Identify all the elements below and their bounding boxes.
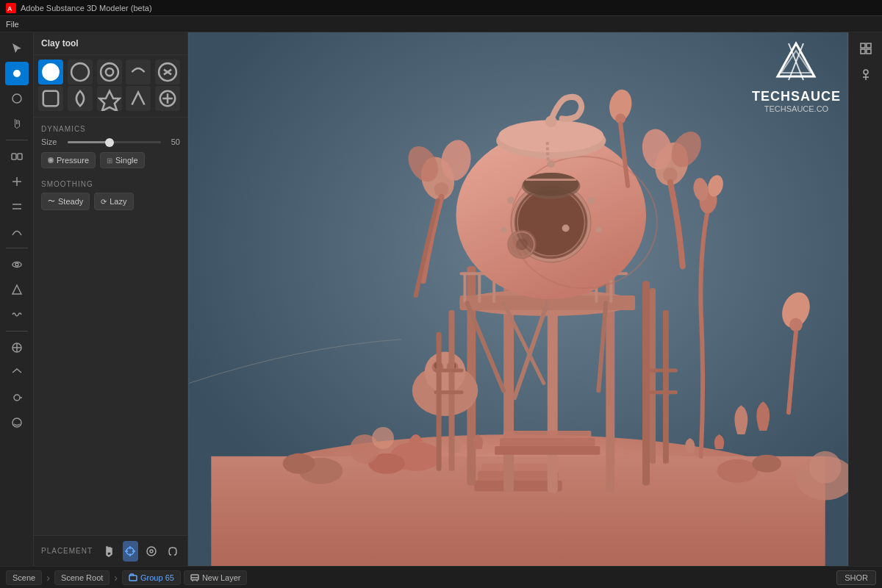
single-label: Single — [115, 156, 138, 165]
new-layer-icon — [190, 573, 199, 582]
viewport[interactable]: TECHSAUCE TECHSAUCE.CO — [188, 32, 848, 566]
show-label: SHOR — [845, 573, 868, 582]
group65-button[interactable]: Group 65 — [122, 570, 181, 585]
tool-pinch[interactable] — [5, 145, 29, 168]
svg-point-11 — [42, 63, 60, 81]
brush-4[interactable] — [126, 60, 151, 85]
tool-select[interactable] — [5, 37, 29, 60]
svg-point-9 — [14, 395, 20, 401]
tool-title: Clay tool — [41, 38, 79, 49]
svg-rect-16 — [43, 91, 58, 106]
svg-point-13 — [101, 63, 118, 81]
brush-divider — [34, 117, 187, 118]
tool-mask[interactable] — [5, 411, 29, 434]
svg-point-19 — [147, 547, 156, 556]
size-slider-track[interactable] — [68, 141, 161, 143]
menu-file[interactable]: File — [6, 20, 19, 29]
svg-point-14 — [105, 68, 112, 76]
pressure-button[interactable]: Pressure — [41, 152, 96, 168]
tool-clay[interactable] — [5, 62, 29, 85]
scene-root-button[interactable]: Scene Root — [54, 570, 110, 585]
svg-point-45 — [545, 115, 557, 127]
panel-spacer — [34, 219, 187, 535]
svg-rect-106 — [648, 390, 678, 394]
svg-point-58 — [501, 227, 506, 233]
brush-grid — [34, 55, 187, 115]
scene-button[interactable]: Scene — [6, 570, 42, 585]
right-tool-grid[interactable] — [854, 37, 878, 60]
logo-text: TECHSAUCE — [752, 89, 841, 104]
divider2 — [6, 248, 28, 248]
techsauce-logo: TECHSAUCE TECHSAUCE.CO — [752, 40, 841, 113]
svg-rect-103 — [434, 368, 464, 372]
brush-8[interactable] — [97, 86, 122, 111]
placement-hand[interactable] — [101, 541, 117, 562]
pressure-label: Pressure — [57, 156, 89, 165]
tool-trim[interactable] — [5, 170, 29, 193]
svg-rect-114 — [867, 43, 871, 48]
right-tool-anchor[interactable] — [854, 63, 878, 87]
tool-global[interactable] — [5, 336, 29, 359]
tool-grab[interactable] — [5, 112, 29, 135]
svg-rect-100 — [663, 310, 669, 464]
brush-2[interactable] — [68, 60, 93, 85]
brush-5[interactable] — [155, 60, 180, 85]
tool-flatten[interactable] — [5, 195, 29, 218]
tool-wave[interactable] — [5, 303, 29, 326]
brush-7[interactable] — [68, 86, 93, 111]
placement-circle[interactable] — [144, 541, 159, 562]
svg-rect-97 — [500, 438, 595, 447]
breadcrumb-sep1: › — [46, 572, 50, 584]
lazy-label: Lazy — [110, 197, 126, 206]
svg-rect-34 — [463, 273, 466, 303]
new-layer-label: New Layer — [202, 573, 241, 582]
group65-label: Group 65 — [140, 573, 174, 582]
svg-point-12 — [71, 63, 89, 81]
svg-point-53 — [523, 173, 579, 196]
placement-label: Placement — [41, 547, 93, 555]
svg-text:A: A — [7, 5, 12, 12]
size-slider-thumb[interactable] — [105, 138, 114, 147]
svg-rect-98 — [495, 446, 600, 455]
new-layer-button[interactable]: New Layer — [184, 570, 248, 585]
tool-smear[interactable] — [5, 386, 29, 409]
dynamics-label: Dynamics — [41, 125, 180, 133]
lazy-button[interactable]: ⟳ Lazy — [94, 193, 133, 210]
svg-point-108 — [809, 451, 842, 484]
group-icon — [129, 573, 137, 582]
size-value: 50 — [165, 137, 180, 146]
main-layout: Clay tool — [0, 32, 882, 566]
scene-root-label: Scene Root — [61, 573, 103, 582]
tool-smooth[interactable] — [5, 87, 29, 110]
show-button[interactable]: SHOR — [836, 570, 876, 585]
tool-eye[interactable] — [5, 253, 29, 276]
svg-rect-31 — [642, 281, 650, 485]
placement-magnet[interactable] — [165, 541, 180, 562]
brush-3[interactable] — [97, 60, 122, 85]
tool-curve[interactable] — [5, 220, 29, 243]
svg-rect-99 — [650, 288, 656, 464]
single-button[interactable]: ⊞ Single — [100, 152, 145, 168]
brush-1[interactable] — [38, 60, 63, 85]
svg-point-2 — [13, 70, 21, 77]
svg-rect-104 — [434, 390, 464, 394]
placement-target[interactable] — [123, 541, 138, 562]
dynamics-section: Dynamics Size 50 Pressure ⊞ Single — [34, 119, 187, 177]
steady-button[interactable]: 〜 Steady — [41, 193, 90, 210]
svg-rect-54 — [526, 179, 577, 181]
brush-9[interactable] — [126, 86, 151, 111]
right-toolbar — [848, 32, 882, 566]
brush-10[interactable] — [155, 86, 180, 111]
divider — [6, 140, 28, 140]
svg-point-7 — [15, 263, 18, 266]
status-right: SHOR — [836, 570, 876, 585]
adobe-icon: A — [6, 3, 16, 13]
brush-6[interactable] — [38, 86, 63, 111]
left-panel: Clay tool — [34, 32, 188, 566]
pressure-single-row: Pressure ⊞ Single — [41, 152, 180, 168]
tool-crease[interactable] — [5, 361, 29, 384]
logo-graphic — [774, 40, 818, 84]
svg-point-3 — [12, 94, 21, 103]
steady-label: Steady — [58, 197, 83, 206]
tool-stamp[interactable] — [5, 278, 29, 301]
